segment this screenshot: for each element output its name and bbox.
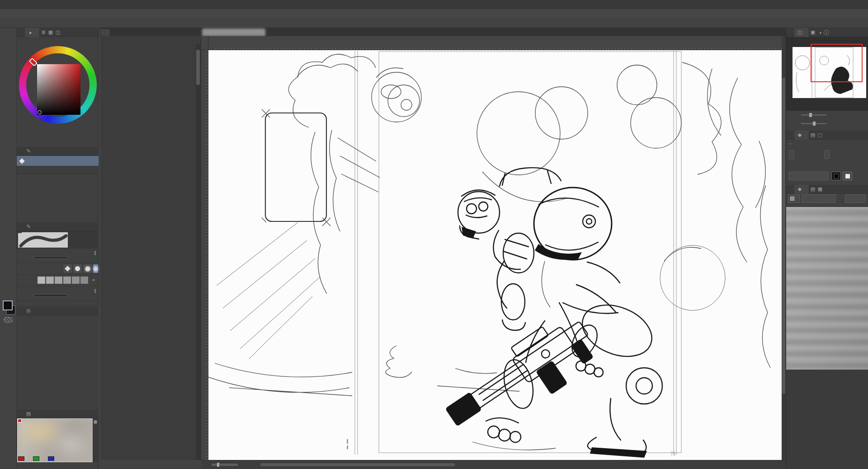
page-tab[interactable] [100, 28, 110, 36]
navigator-zoom-slider[interactable] [801, 114, 826, 116]
antialias-none-button[interactable] [63, 264, 72, 273]
transparent-color-button[interactable] [4, 317, 13, 323]
effect-group-border-tone[interactable] [789, 150, 794, 159]
navigator-rotate-row [786, 119, 868, 128]
document-tab-blurred[interactable] [202, 28, 265, 36]
layer-property-tabs: ◆ ▤ ▢ [786, 131, 868, 140]
color-wheel[interactable] [17, 42, 99, 137]
subtool-panel: ✎ [17, 147, 99, 174]
layer-panel-empty [786, 370, 868, 469]
tab-layer-search[interactable]: ▤ [809, 186, 816, 192]
stepper-icon[interactable]: ▲▼ [94, 250, 97, 256]
navigator-tabs: ◫ ▣ ◑ i [786, 28, 868, 37]
layer-panel-tabs: ◆ ▤ ▦ [786, 185, 868, 194]
blend-mode-row [786, 194, 868, 205]
history-swatch[interactable] [33, 456, 39, 461]
foreground-color-swatch[interactable] [3, 300, 13, 310]
tool-strip [0, 28, 17, 469]
color-history-body [17, 418, 99, 463]
saturation-value-square[interactable] [37, 64, 80, 115]
subtool-footer [17, 166, 99, 174]
tab-information[interactable]: i [824, 30, 829, 35]
history-swatch-red[interactable] [18, 419, 22, 422]
effect-group-layout[interactable] [824, 150, 830, 159]
menu-bar [0, 9, 868, 18]
color-history-icon: ▤ [25, 411, 32, 417]
tab-subview[interactable]: ▣ [809, 29, 816, 36]
eraser-icon [19, 157, 26, 164]
ruler-corner [201, 36, 208, 50]
density-slider[interactable] [34, 294, 67, 297]
preview-label [18, 232, 22, 233]
opacity-dropdown[interactable] [845, 194, 866, 203]
blend-mode-dropdown[interactable] [802, 194, 836, 203]
page-tab-bar [100, 28, 201, 36]
brush-size-panel: ◎ [17, 306, 99, 408]
tab-effect[interactable]: ▤ [809, 132, 816, 138]
canvas-bottom-bar [201, 460, 786, 469]
brush-preview [17, 231, 99, 249]
tab-color-wheel[interactable]: ● [25, 28, 40, 37]
expression-label [786, 161, 868, 171]
expression-row [786, 171, 868, 182]
color-history-panel: ▤ [17, 409, 99, 463]
brush-size-panel-icon: ◎ [25, 308, 32, 314]
tab-navigator[interactable]: ◫ [794, 28, 809, 37]
density-row: ▲▼ [17, 286, 99, 301]
canvas-vertical-scrollbar[interactable] [782, 36, 786, 460]
color-history-scrollbar[interactable] [93, 418, 98, 462]
navigator-rotate-slider[interactable] [801, 123, 826, 124]
brush-size-row: ▲▼ [17, 249, 99, 263]
tab-item-bank[interactable]: ◑ [816, 29, 824, 36]
tool-property-panel: ✎ ▲▼ [17, 222, 99, 310]
black-toggle-button[interactable] [831, 172, 841, 180]
color-history-area[interactable] [17, 418, 93, 462]
subtool-group-eraser[interactable] [17, 156, 99, 166]
history-swatch[interactable] [48, 456, 54, 461]
brush-stroke-preview [18, 232, 68, 248]
navigator-view-rect[interactable] [811, 44, 863, 82]
tab-extra[interactable]: ▢ [816, 132, 824, 138]
tab-layer-property[interactable]: ◆ [794, 131, 809, 140]
color-panel-tabs: ● ≣ ▦ ◫ [17, 28, 98, 37]
expression-color-dropdown[interactable] [789, 172, 829, 180]
expand-icon[interactable]: ▸ [93, 277, 95, 282]
tab-intermediate-color[interactable]: ◫ [54, 29, 61, 36]
antialias-strong-button[interactable] [93, 264, 99, 273]
sv-cursor[interactable] [38, 110, 42, 114]
layer-list-blurred[interactable] [786, 207, 868, 370]
hardness-row: ▸ [17, 275, 99, 286]
document-tab-bar [201, 28, 786, 36]
canvas-drawing: 73 [208, 50, 782, 460]
navigator-zoom-row [786, 111, 868, 119]
main-toolbar [0, 18, 868, 28]
canvas-area: 73 [201, 28, 786, 469]
layer-property-icon: ◆ [796, 132, 803, 138]
antialias-middle-button[interactable] [83, 264, 92, 273]
history-swatch[interactable] [18, 456, 24, 461]
subtool-panel-icon: ✎ [25, 148, 32, 155]
canvas-zoom-slider[interactable] [212, 464, 238, 466]
antialias-weak-button[interactable] [73, 264, 82, 273]
tab-color-set[interactable]: ▦ [47, 29, 54, 36]
left-panel-column: ● ≣ ▦ ◫ [17, 28, 99, 469]
tab-color-slider[interactable]: ≣ [40, 29, 47, 36]
vertical-ruler [201, 50, 208, 460]
right-panel-column: ◫ ▣ ◑ i [786, 28, 868, 469]
tab-layer-template[interactable]: ▦ [816, 186, 824, 192]
navigator-preview[interactable] [786, 37, 868, 111]
canvas-horizontal-scrollbar[interactable] [260, 463, 455, 466]
effect-section-label: − [786, 140, 868, 150]
stepper-icon[interactable]: ▲▼ [94, 288, 97, 294]
brush-size-slider[interactable] [34, 256, 67, 259]
white-toggle-button[interactable] [843, 172, 852, 180]
antialias-row [17, 263, 99, 275]
page-manager-panel [100, 28, 201, 460]
tool-property-icon: ✎ [25, 224, 32, 230]
clip-studio-paint-window: ● ≣ ▦ ◫ [0, 0, 868, 469]
page-number-note: 73 [670, 451, 676, 456]
tab-layer[interactable]: ◆ [794, 185, 809, 194]
canvas-document[interactable]: 73 [208, 50, 782, 460]
palette-color-dropdown[interactable] [788, 194, 800, 203]
page-list-scrollbar[interactable] [196, 44, 200, 460]
